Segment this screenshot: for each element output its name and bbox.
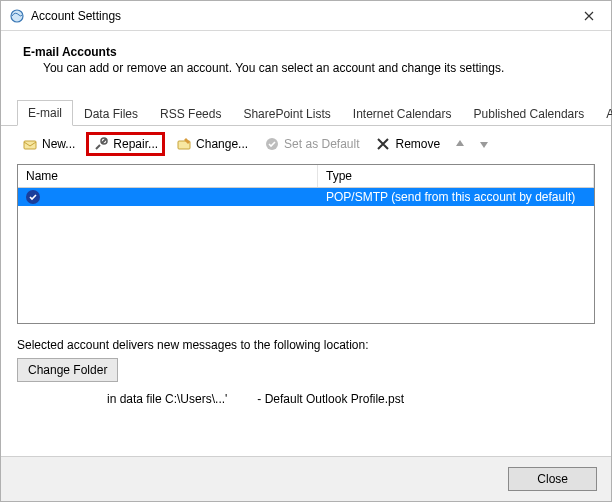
account-row[interactable]: POP/SMTP (send from this account by defa… <box>18 188 594 206</box>
header-title: E-mail Accounts <box>23 45 589 59</box>
arrow-down-icon <box>478 138 490 150</box>
column-type[interactable]: Type <box>318 165 594 187</box>
tab-rss-feeds[interactable]: RSS Feeds <box>149 101 232 126</box>
tab-email[interactable]: E-mail <box>17 100 73 126</box>
toolbar: New... Repair... Change... Set as Defaul… <box>1 126 611 162</box>
arrow-up-icon <box>454 138 466 150</box>
move-up-button <box>451 135 469 153</box>
column-name[interactable]: Name <box>18 165 318 187</box>
titlebar: Account Settings <box>1 1 611 31</box>
repair-icon <box>93 136 109 152</box>
delivery-intro: Selected account delivers new messages t… <box>17 338 595 352</box>
remove-button[interactable]: Remove <box>370 133 445 155</box>
delivery-location: Selected account delivers new messages t… <box>1 324 611 410</box>
new-icon <box>22 136 38 152</box>
delivery-path-suffix: - Default Outlook Profile.pst <box>257 392 404 406</box>
dialog-footer: Close <box>1 456 611 501</box>
default-check-icon <box>26 190 40 204</box>
change-icon <box>176 136 192 152</box>
new-label: New... <box>42 137 75 151</box>
new-button[interactable]: New... <box>17 133 80 155</box>
close-button[interactable]: Close <box>508 467 597 491</box>
window-title: Account Settings <box>31 9 121 23</box>
header-subtitle: You can add or remove an account. You ca… <box>23 59 589 75</box>
delivery-path: in data file C:\Users\...' - Default Out… <box>17 382 595 406</box>
delivery-path-prefix: in data file C:\Users\...' <box>107 392 227 406</box>
set-default-icon <box>264 136 280 152</box>
window-app-icon <box>9 8 25 24</box>
set-default-button: Set as Default <box>259 133 364 155</box>
tab-address-books[interactable]: Address Books <box>595 101 612 126</box>
change-button[interactable]: Change... <box>171 133 253 155</box>
account-name-cell <box>18 189 318 205</box>
page-header: E-mail Accounts You can add or remove an… <box>1 31 611 81</box>
tab-data-files[interactable]: Data Files <box>73 101 149 126</box>
tab-sharepoint-lists[interactable]: SharePoint Lists <box>232 101 341 126</box>
account-settings-window: Account Settings E-mail Accounts You can… <box>0 0 612 502</box>
change-folder-button[interactable]: Change Folder <box>17 358 118 382</box>
svg-rect-1 <box>24 141 36 149</box>
close-icon <box>584 11 594 21</box>
tab-internet-calendars[interactable]: Internet Calendars <box>342 101 463 126</box>
tab-strip: E-mail Data Files RSS Feeds SharePoint L… <box>1 81 611 126</box>
move-down-button <box>475 135 493 153</box>
repair-button[interactable]: Repair... <box>86 132 165 156</box>
list-header: Name Type <box>18 165 594 188</box>
set-default-label: Set as Default <box>284 137 359 151</box>
tab-published-calendars[interactable]: Published Calendars <box>463 101 596 126</box>
change-label: Change... <box>196 137 248 151</box>
accounts-list: Name Type POP/SMTP (send from this accou… <box>17 164 595 324</box>
remove-icon <box>375 136 391 152</box>
list-body: POP/SMTP (send from this account by defa… <box>18 188 594 323</box>
repair-label: Repair... <box>113 137 158 151</box>
window-close-button[interactable] <box>566 1 611 30</box>
remove-label: Remove <box>395 137 440 151</box>
account-type-cell: POP/SMTP (send from this account by defa… <box>318 189 594 205</box>
